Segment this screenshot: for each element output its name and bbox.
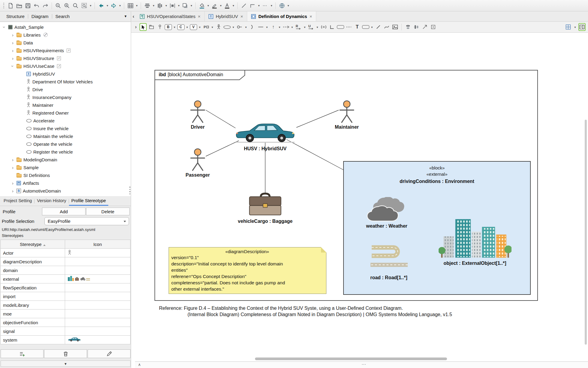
- align-vertical-icon[interactable]: [156, 1, 164, 10]
- item-flow-tool-icon[interactable]: [320, 23, 327, 31]
- diagram-tab-hsuvoperationalstates[interactable]: HSUVOperationalStates ×: [136, 11, 205, 21]
- provided-interface-tool-icon[interactable]: [236, 23, 243, 31]
- provided-interface-caret-icon[interactable]: ▾: [244, 25, 248, 29]
- table-row[interactable]: flowSpecification: [1, 283, 130, 292]
- pin-tool-icon[interactable]: [156, 23, 164, 31]
- expand-pane-icon[interactable]: ∧: [138, 362, 141, 367]
- constraint-block-tool-icon[interactable]: C: [177, 24, 184, 30]
- distribute-icon[interactable]: [169, 1, 176, 10]
- rounded-rectangle-tool-icon[interactable]: [362, 25, 369, 29]
- tab-version-history[interactable]: Version History: [34, 197, 69, 206]
- zoom-out-icon[interactable]: [54, 1, 62, 10]
- elbow-line-style-icon[interactable]: [249, 1, 256, 10]
- distribute-caret-icon[interactable]: ▾: [177, 4, 180, 7]
- part-drivingconditions[interactable]: «block» «external» drivingConditions : E…: [343, 161, 531, 295]
- dotted-line-style-caret-icon[interactable]: ▾: [270, 4, 273, 7]
- port-tool-icon[interactable]: P: [202, 23, 210, 31]
- dashed-line-tool-icon[interactable]: [345, 23, 352, 31]
- constraint-block-caret-icon[interactable]: ▾: [186, 25, 189, 29]
- table-row[interactable]: system: [1, 336, 130, 344]
- toolbar-grip-icon[interactable]: [3, 3, 4, 9]
- add-profile-button[interactable]: Add: [42, 208, 86, 215]
- block-tool-caret-icon[interactable]: ▾: [173, 25, 176, 29]
- tree-item-dmv[interactable]: Department Of Motor Vehicles: [0, 78, 131, 85]
- tab-structure[interactable]: Structure: [3, 14, 28, 19]
- rectangle-tool-icon[interactable]: [337, 25, 344, 29]
- diagram-description-note[interactable]: «diagramDescription» version="0.1" descr…: [169, 247, 326, 294]
- line-color-icon[interactable]: [211, 1, 218, 10]
- chevron-expanded-icon[interactable]: ›: [10, 64, 15, 68]
- block-tool-icon[interactable]: B: [165, 24, 172, 30]
- panel-splitter-handle[interactable]: [129, 187, 130, 194]
- vertical-scrollbar-thumb[interactable]: [585, 120, 587, 345]
- table-row[interactable]: import: [1, 292, 130, 301]
- table-row[interactable]: moe: [1, 310, 130, 318]
- tree-item-artifacts[interactable]: › Artifacts: [0, 179, 131, 187]
- tab-search[interactable]: Search: [52, 14, 73, 19]
- tree-item-registered-owner[interactable]: Registered Owner: [0, 109, 131, 117]
- chevron-right-icon[interactable]: ›: [11, 40, 15, 45]
- tree-item-operate-the-vehicle[interactable]: Operate the vehicle: [0, 140, 131, 148]
- chevron-right-icon[interactable]: ›: [11, 181, 15, 185]
- navigate-forward-caret-icon[interactable]: ▾: [118, 4, 122, 7]
- header-stereotype[interactable]: Stereotype: [1, 240, 65, 249]
- table-row[interactable]: external: [1, 275, 130, 283]
- zoom-in-icon[interactable]: [63, 1, 71, 10]
- association-caret-icon[interactable]: ▾: [266, 25, 268, 29]
- add-stereotype-button[interactable]: [1, 349, 44, 358]
- package-tool-icon[interactable]: [148, 23, 155, 31]
- part-weather[interactable]: [361, 197, 413, 226]
- close-icon[interactable]: ×: [198, 14, 200, 19]
- pane-resize-handle-icon[interactable]: ⋯: [362, 362, 366, 367]
- tree-item-root[interactable]: › Astah_Sample: [0, 23, 131, 31]
- port-caret-icon[interactable]: ▾: [211, 25, 214, 29]
- diagram-map-caret-icon[interactable]: ▾: [135, 4, 138, 7]
- actor-tool-icon[interactable]: [215, 23, 222, 31]
- tree-item-hybridsuv-diagram[interactable]: HybridSUV: [0, 70, 131, 78]
- model-tree[interactable]: › Astah_Sample › Libraries › Data › HSUV…: [0, 22, 131, 196]
- table-row[interactable]: modelLibrary: [1, 301, 130, 310]
- tree-item-insure-the-vehicle[interactable]: Insure the vehicle: [0, 124, 131, 132]
- requirement-relation-caret-icon[interactable]: ▾: [303, 25, 306, 29]
- web-publish-icon[interactable]: [278, 1, 286, 10]
- zoom-selection-icon[interactable]: [80, 1, 88, 10]
- chevron-right-icon[interactable]: ›: [11, 33, 15, 37]
- part-hybridsuv[interactable]: [233, 120, 297, 146]
- diagram-map-icon[interactable]: [127, 1, 134, 10]
- part-external-object[interactable]: [439, 213, 512, 261]
- chevron-right-icon[interactable]: ›: [11, 165, 15, 170]
- tree-item-insurancecompany[interactable]: InsuranceCompany: [0, 93, 131, 101]
- panel-menu-icon[interactable]: ▼: [124, 14, 127, 18]
- chevron-expanded-icon[interactable]: ›: [2, 25, 7, 29]
- directed-association-caret-icon[interactable]: ▾: [278, 25, 281, 29]
- directed-association-tool-icon[interactable]: ↑: [270, 23, 277, 31]
- part-vehiclecargo[interactable]: [248, 192, 283, 218]
- chevron-right-icon[interactable]: ›: [11, 157, 15, 162]
- line-tool-icon[interactable]: [375, 23, 382, 31]
- text-tool-icon[interactable]: T: [354, 23, 361, 31]
- tree-item-maintainer[interactable]: Maintainer: [0, 101, 131, 109]
- part-road-straight[interactable]: [370, 262, 408, 269]
- fill-color-icon[interactable]: [198, 1, 206, 10]
- diagram-tab-hybridsuv[interactable]: HybridSUV ×: [205, 11, 247, 21]
- save-icon[interactable]: [24, 1, 32, 10]
- line-style-caret-icon[interactable]: ▾: [257, 4, 260, 7]
- tab-diagram[interactable]: Diagram: [28, 14, 52, 19]
- new-file-icon[interactable]: [7, 1, 14, 10]
- edit-stereotype-button[interactable]: [88, 349, 130, 358]
- curve-tool-icon[interactable]: [383, 23, 390, 31]
- usage-tool-icon[interactable]: U: [308, 23, 315, 31]
- usecase-tool-icon[interactable]: [224, 25, 231, 29]
- tree-item-accelerate[interactable]: Accelerate: [0, 117, 131, 124]
- open-project-icon[interactable]: [15, 1, 23, 10]
- elbow-connector-tool-icon[interactable]: [328, 23, 336, 31]
- fill-color-caret-icon[interactable]: ▾: [207, 4, 210, 7]
- grid-settings-icon[interactable]: [565, 23, 572, 31]
- align-vertical-center-icon[interactable]: [404, 23, 412, 31]
- tree-item-hsuvrequirements[interactable]: › HSUVRequirements ↗: [0, 46, 131, 54]
- diagonal-line-style-icon[interactable]: [240, 1, 248, 10]
- tree-item-automotivedomain[interactable]: › B AutomotiveDomain: [0, 187, 131, 195]
- pointer-mode-icon[interactable]: [421, 23, 428, 31]
- align-horizontal-icon[interactable]: [143, 1, 151, 10]
- tree-item-hsuvstructure[interactable]: › HSUVStructure ↗: [0, 54, 131, 62]
